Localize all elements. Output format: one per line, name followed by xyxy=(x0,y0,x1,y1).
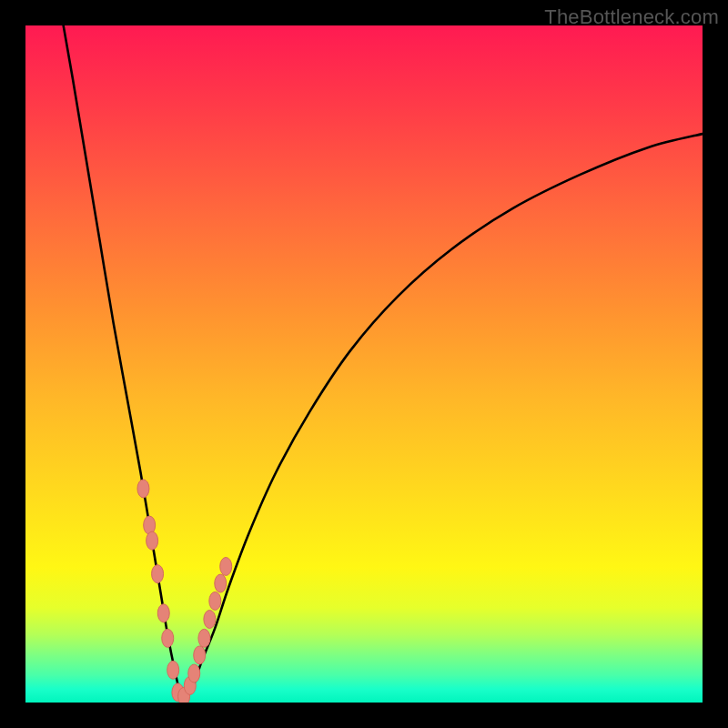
marker-point xyxy=(137,480,149,498)
marker-group xyxy=(137,480,232,703)
chart-area xyxy=(25,25,703,703)
watermark-text: TheBottleneck.com xyxy=(544,5,719,29)
marker-point xyxy=(167,661,179,679)
marker-point xyxy=(147,531,158,550)
marker-point xyxy=(215,574,227,592)
marker-point xyxy=(188,664,200,682)
marker-point xyxy=(220,557,232,575)
marker-point xyxy=(162,629,174,647)
marker-point xyxy=(157,604,169,622)
marker-point xyxy=(198,629,210,647)
plot-svg xyxy=(25,25,703,703)
marker-point xyxy=(152,565,164,583)
marker-point xyxy=(194,646,206,664)
marker-point xyxy=(204,610,216,628)
curve-line xyxy=(64,25,703,698)
marker-point xyxy=(209,592,221,610)
